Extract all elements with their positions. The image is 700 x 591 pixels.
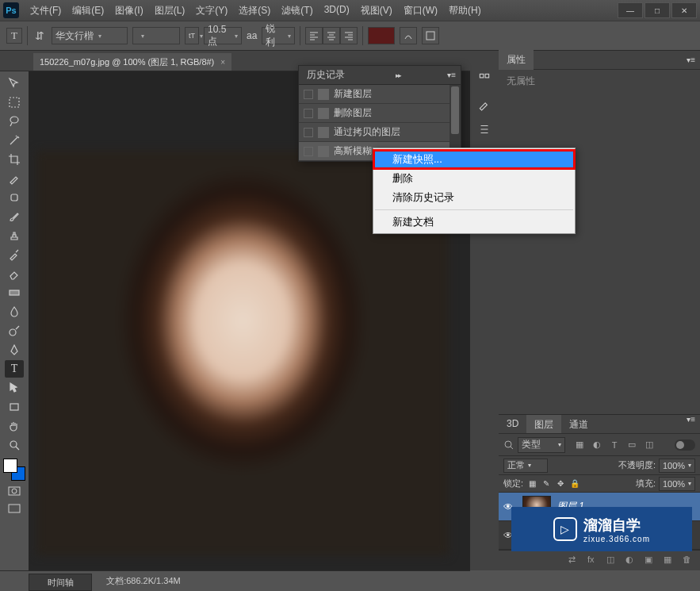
zoom-tool-icon[interactable] [5, 436, 24, 454]
antialias-dropdown[interactable]: 锐利 [262, 27, 295, 44]
filter-adjust-icon[interactable]: ◐ [591, 439, 603, 451]
font-style-dropdown[interactable] [132, 27, 180, 44]
lock-pixels-icon[interactable]: ✎ [541, 478, 552, 489]
panel-icon-brush[interactable] [475, 70, 494, 87]
menu-layer[interactable]: 图层(L) [150, 2, 190, 20]
ctx-clear-history[interactable]: 清除历史记录 [373, 188, 575, 207]
clone-stamp-tool-icon[interactable] [5, 227, 24, 244]
menu-help[interactable]: 帮助(H) [444, 2, 486, 20]
align-center-button[interactable] [323, 27, 340, 44]
crop-tool-icon[interactable] [5, 151, 24, 168]
blur-tool-icon[interactable] [5, 303, 24, 320]
filter-pixel-icon[interactable]: ▦ [573, 439, 586, 451]
tab-properties[interactable]: 属性 [499, 50, 534, 70]
brush-tool-icon[interactable] [5, 208, 24, 225]
history-panel-head[interactable]: 历史记录 ▸▸ ▾≡ [299, 66, 461, 85]
filter-toggle[interactable] [675, 439, 695, 451]
menu-file[interactable]: 文件(F) [25, 2, 66, 20]
layer-mask-icon[interactable]: ◫ [606, 555, 619, 567]
panel-menu-icon[interactable]: ▾≡ [682, 56, 700, 64]
marquee-tool-icon[interactable] [5, 94, 24, 111]
move-tool-icon[interactable] [5, 75, 24, 92]
history-row[interactable]: 删除图层 [299, 104, 461, 123]
delete-layer-icon[interactable]: 🗑 [683, 555, 695, 567]
character-panel-button[interactable] [422, 27, 439, 44]
panel-icon-styles[interactable] [475, 121, 494, 138]
type-tool-icon[interactable]: T [5, 360, 24, 378]
snapshot-checkbox[interactable] [304, 147, 313, 156]
align-left-button[interactable] [305, 27, 323, 44]
menu-filter[interactable]: 滤镜(T) [277, 2, 317, 20]
eraser-tool-icon[interactable] [5, 265, 24, 282]
menu-image[interactable]: 图像(I) [110, 2, 147, 20]
foreground-color-swatch[interactable] [3, 459, 17, 473]
group-icon[interactable]: ▣ [645, 555, 657, 567]
tab-3d[interactable]: 3D [499, 415, 526, 433]
color-swatches[interactable] [3, 459, 25, 481]
menu-select[interactable]: 选择(S) [234, 2, 275, 20]
new-layer-icon[interactable]: ▦ [664, 555, 676, 567]
filter-shape-icon[interactable]: ▭ [625, 439, 638, 451]
opacity-dropdown[interactable]: 100% [659, 459, 695, 473]
blend-mode-dropdown[interactable]: 正常 [503, 459, 548, 473]
close-button[interactable]: ✕ [671, 2, 697, 18]
lasso-tool-icon[interactable] [5, 113, 24, 130]
snapshot-checkbox[interactable] [304, 109, 313, 118]
panel-menu-icon[interactable]: ▾≡ [682, 415, 700, 433]
menu-edit[interactable]: 编辑(E) [67, 2, 109, 20]
magic-wand-tool-icon[interactable] [5, 132, 24, 149]
gradient-tool-icon[interactable] [5, 284, 24, 301]
lock-all-icon[interactable]: 🔒 [569, 478, 580, 489]
panel-icon-swatches[interactable] [475, 95, 494, 113]
hand-tool-icon[interactable] [5, 417, 24, 435]
quickmask-icon[interactable] [6, 484, 22, 498]
layer-filter-dropdown[interactable]: 类型 [518, 437, 565, 453]
collapse-arrows-icon[interactable]: ▸▸ [392, 71, 404, 79]
fill-dropdown[interactable]: 100% [659, 477, 695, 491]
tab-channels[interactable]: 通道 [561, 415, 596, 433]
lock-transparent-icon[interactable]: ▦ [526, 478, 537, 489]
docinfo-display[interactable]: 文档:686.2K/1.34M [106, 575, 181, 587]
adjustment-layer-icon[interactable]: ◐ [625, 555, 638, 567]
tab-layers[interactable]: 图层 [526, 415, 561, 433]
horizontal-type-tool-icon[interactable]: T [6, 28, 22, 44]
font-family-dropdown[interactable]: 华文行楷 [52, 27, 128, 44]
healing-brush-tool-icon[interactable] [5, 189, 24, 206]
maximize-button[interactable]: □ [645, 2, 670, 18]
font-size-dropdown[interactable]: 10.5 点 [204, 27, 242, 44]
layer-fx-icon[interactable]: fx [587, 555, 600, 567]
panel-menu-icon[interactable]: ▾≡ [442, 71, 461, 79]
menu-view[interactable]: 视图(V) [356, 2, 397, 20]
menu-3d[interactable]: 3D(D) [319, 2, 354, 20]
tab-history[interactable]: 历史记录 [299, 65, 353, 85]
timeline-tab[interactable]: 时间轴 [29, 574, 92, 591]
menu-window[interactable]: 窗口(W) [399, 2, 442, 20]
align-right-button[interactable] [340, 27, 358, 44]
ctx-delete[interactable]: 删除 [373, 169, 575, 188]
path-selection-tool-icon[interactable] [5, 379, 24, 397]
text-color-swatch[interactable] [368, 27, 395, 44]
menu-type[interactable]: 文字(Y) [191, 2, 232, 20]
close-tab-icon[interactable]: × [220, 58, 225, 67]
filter-smart-icon[interactable]: ◫ [643, 439, 656, 451]
scroll-thumb[interactable] [451, 86, 459, 134]
screenmode-icon[interactable] [6, 501, 22, 516]
document-tab[interactable]: 150226_m07g.jpg @ 100% (图层 1, RGB/8#) × [33, 53, 231, 71]
link-layers-icon[interactable]: ⇄ [568, 555, 581, 567]
lock-position-icon[interactable]: ✥ [555, 478, 566, 489]
text-orientation-icon[interactable]: ⇵ [33, 29, 47, 43]
ctx-new-document[interactable]: 新建文档 [373, 213, 575, 232]
pen-tool-icon[interactable] [5, 341, 24, 359]
history-row[interactable]: 通过拷贝的图层 [299, 123, 461, 142]
eyedropper-tool-icon[interactable] [5, 170, 24, 187]
rectangle-tool-icon[interactable] [5, 398, 24, 416]
filter-type-icon[interactable]: T [608, 439, 621, 451]
dodge-tool-icon[interactable] [5, 322, 24, 340]
warp-text-button[interactable] [400, 27, 417, 44]
ctx-new-snapshot[interactable]: 新建快照... [373, 150, 575, 169]
snapshot-checkbox[interactable] [304, 90, 313, 99]
snapshot-checkbox[interactable] [304, 128, 313, 137]
history-brush-tool-icon[interactable] [5, 246, 24, 263]
history-row[interactable]: 新建图层 [299, 85, 461, 104]
minimize-button[interactable]: — [618, 2, 643, 18]
